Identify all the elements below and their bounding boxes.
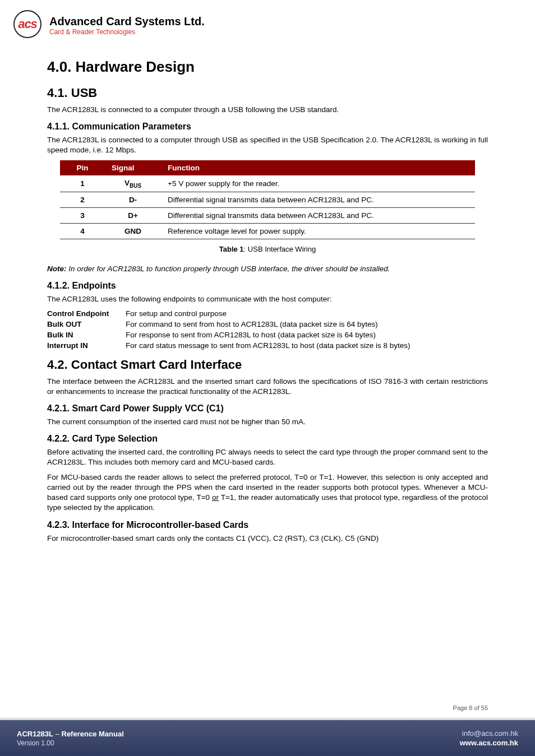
cell-function: Reference voltage level for power supply… <box>161 224 475 239</box>
cell-pin: 3 <box>60 208 105 224</box>
endpoint-row: Control Endpoint For setup and control p… <box>47 309 488 318</box>
brand-title: Advanced Card Systems Ltd. <box>49 15 205 28</box>
manual-title: ACR1283L – Reference Manual <box>17 730 124 738</box>
heading-micro-interface: 4.2.3. Interface for Microcontroller-bas… <box>47 520 488 530</box>
page-content: 4.0. Hardware Design 4.1. USB The ACR128… <box>0 58 535 544</box>
micro-text: For microcontroller-based smart cards on… <box>47 534 488 544</box>
cell-pin: 1 <box>60 175 105 192</box>
endpoint-term: Bulk IN <box>47 331 126 339</box>
cell-signal: GND <box>105 224 161 239</box>
page-footer: ACR1283L – Reference Manual Version 1.00… <box>0 720 535 756</box>
table-caption: Table 1: USB Interface Wiring <box>47 245 488 253</box>
cell-function: Differential signal transmits data betwe… <box>161 192 475 208</box>
endpoints-intro: The ACR1283L uses the following endpoint… <box>47 294 488 304</box>
contact-intro: The interface between the ACR1283L and t… <box>47 377 488 397</box>
heading-endpoints: 4.1.2. Endpoints <box>47 281 488 291</box>
page-number: Page 8 of 55 <box>453 704 488 711</box>
endpoint-def: For command to sent from host to ACR1283… <box>126 320 488 328</box>
endpoint-row: Interrupt IN For card status message to … <box>47 341 488 350</box>
endpoint-term: Interrupt IN <box>47 341 126 350</box>
logo-initials: acs <box>18 17 37 31</box>
cell-pin: 2 <box>60 192 105 208</box>
table-header-row: Pin Signal Function <box>60 160 475 175</box>
endpoint-term: Control Endpoint <box>47 309 126 318</box>
endpoint-row: Bulk OUT For command to sent from host t… <box>47 320 488 328</box>
vcc-text: The current consumption of the inserted … <box>47 417 488 427</box>
table-row: 3 D+ Differential signal transmits data … <box>60 208 475 224</box>
table-row: 4 GND Reference voltage level for power … <box>60 224 475 239</box>
th-function: Function <box>161 160 475 175</box>
cell-function: Differential signal transmits data betwe… <box>161 208 475 224</box>
usb-intro: The ACR1283L is connected to a computer … <box>47 105 488 115</box>
website-link: www.acs.com.hk <box>460 739 518 747</box>
heading-usb: 4.1. USB <box>47 86 488 100</box>
endpoint-row: Bulk IN For response to sent from ACR128… <box>47 331 488 339</box>
heading-vcc: 4.2.1. Smart Card Power Supply VCC (C1) <box>47 403 488 414</box>
heading-hardware-design: 4.0. Hardware Design <box>47 58 488 76</box>
cell-signal: D+ <box>105 208 161 224</box>
th-pin: Pin <box>60 160 105 175</box>
footer-left: ACR1283L – Reference Manual Version 1.00 <box>17 730 124 747</box>
card-type-para-2: For MCU-based cards the reader allows to… <box>47 472 488 513</box>
brand-logo: acs <box>13 10 44 40</box>
table-row: 1 VBUS +5 V power supply for the reader. <box>60 175 475 192</box>
endpoint-def: For setup and control purpose <box>126 309 488 318</box>
heading-card-type: 4.2.2. Card Type Selection <box>47 434 488 444</box>
cell-function: +5 V power supply for the reader. <box>161 175 475 192</box>
heading-contact-interface: 4.2. Contact Smart Card Interface <box>47 358 488 372</box>
endpoint-term: Bulk OUT <box>47 320 126 328</box>
contact-email: info@acs.com.hk <box>460 729 518 738</box>
version-text: Version 1.00 <box>17 739 124 747</box>
driver-note: Note: In order for ACR1283L to function … <box>47 265 488 273</box>
endpoint-def: For card status message to sent from ACR… <box>126 341 488 350</box>
cell-signal: D- <box>105 192 161 208</box>
card-type-para-1: Before activating the inserted card, the… <box>47 447 488 467</box>
usb-interface-table: Pin Signal Function 1 VBUS +5 V power su… <box>60 160 475 240</box>
brand-subtitle: Card & Reader Technologies <box>49 28 205 36</box>
cell-signal: VBUS <box>105 175 161 192</box>
brand-header: acs Advanced Card Systems Ltd. Card & Re… <box>0 0 535 45</box>
cell-pin: 4 <box>60 224 105 239</box>
comm-params-text: The ACR1283L is connected to a computer … <box>47 135 488 155</box>
endpoint-def: For response to sent from ACR1283L to ho… <box>126 331 488 339</box>
table-row: 2 D- Differential signal transmits data … <box>60 192 475 208</box>
th-signal: Signal <box>105 160 161 175</box>
footer-right: info@acs.com.hk www.acs.com.hk <box>460 729 518 747</box>
heading-comm-params: 4.1.1. Communication Parameters <box>47 122 488 132</box>
